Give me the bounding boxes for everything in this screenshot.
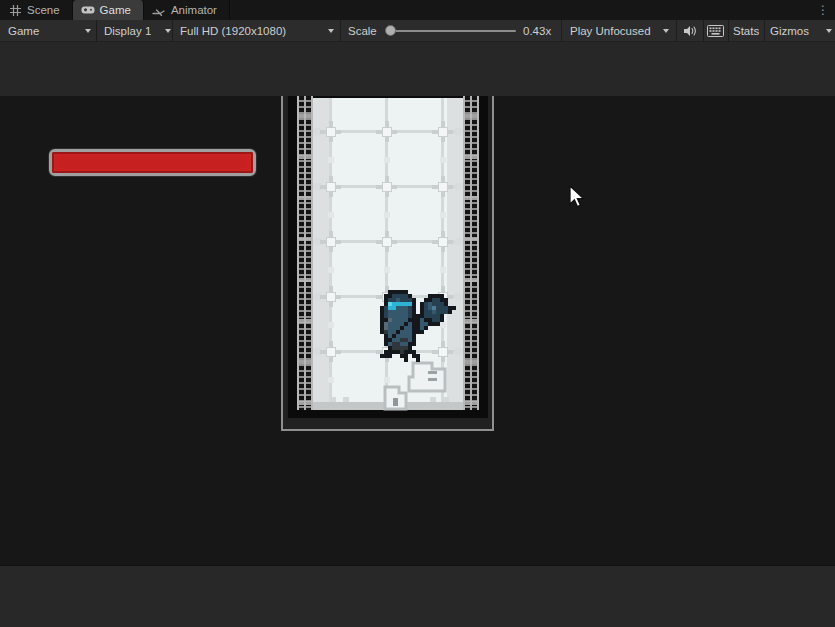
gizmos-dropdown-label: Gizmos	[770, 25, 809, 37]
window-menu-kebab-icon[interactable]: ⋮	[817, 1, 829, 19]
toolbar-separator	[172, 20, 173, 42]
scale-slider-track[interactable]	[390, 30, 516, 32]
tile-plus-center	[327, 293, 335, 301]
tile-mid-square	[328, 322, 334, 328]
scene-grid-icon	[8, 3, 22, 17]
tile-plus-center	[439, 128, 447, 136]
keyboard-shortcuts-icon	[707, 25, 724, 37]
tile-plus-center	[383, 128, 391, 136]
tile-mid-square	[328, 212, 334, 218]
stats-button-label: Stats	[733, 25, 759, 37]
resolution-dropdown[interactable]: Full HD (1920x1080)	[180, 20, 286, 42]
play-focus-dropdown-label: Play Unfocused	[570, 25, 651, 37]
tile-mid-square	[440, 267, 446, 273]
tile-mid-square	[328, 267, 334, 273]
ladder-track-right	[463, 96, 479, 410]
tile-plus-center	[383, 183, 391, 191]
toolbar-separator	[764, 20, 765, 42]
level-bottom-edge	[288, 410, 487, 418]
animator-icon	[152, 3, 166, 17]
knight-character-sprite	[380, 290, 384, 294]
toolbar-separator	[561, 20, 562, 42]
unity-game-view-window: Scene Game Animator ⋮ Game Display 1 F	[0, 0, 835, 627]
floor-bar-nub	[443, 397, 449, 402]
game-view-toolbar: Game Display 1 Full HD (1920x1080) Scale…	[0, 20, 835, 42]
floor-grid-end-cap	[455, 348, 462, 355]
tile-plus-center	[439, 293, 447, 301]
tile-mid-square	[384, 212, 390, 218]
floor-bar-nub	[343, 397, 349, 402]
chevron-down-icon	[85, 29, 91, 33]
scale-slider-knob[interactable]	[385, 25, 396, 36]
game-render-area	[0, 96, 835, 565]
floor-bar-nub	[330, 397, 336, 402]
stats-button[interactable]: Stats	[733, 20, 759, 42]
mute-audio-button[interactable]	[679, 20, 700, 42]
tile-plus-center	[327, 348, 335, 356]
health-bar	[49, 149, 256, 176]
resolution-dropdown-label: Full HD (1920x1080)	[180, 25, 286, 37]
mute-audio-icon	[683, 25, 697, 37]
toolbar-separator	[676, 20, 677, 42]
tile-plus-center	[327, 128, 335, 136]
toolbar-separator	[340, 20, 341, 42]
tile-plus-center	[439, 238, 447, 246]
scale-label: Scale	[348, 20, 377, 42]
display-dropdown-label: Display 1	[104, 25, 151, 37]
chevron-down-icon	[663, 29, 669, 33]
tile-mid-square	[440, 322, 446, 328]
tile-plus-center	[439, 183, 447, 191]
chevron-down-icon	[826, 29, 832, 33]
floor-grid-end-cap	[455, 293, 462, 300]
display-dropdown[interactable]: Display 1	[104, 20, 151, 42]
scale-value: 0.43x	[523, 20, 551, 42]
tile-plus-center	[327, 183, 335, 191]
tile-mid-square	[440, 157, 446, 163]
floor-grid-end-cap	[455, 238, 462, 245]
mouse-cursor-icon	[568, 185, 586, 209]
level-wall-right	[479, 96, 488, 418]
tile-mid-square	[384, 377, 390, 383]
gamepad-icon	[81, 3, 95, 17]
tile-plus-center	[383, 348, 391, 356]
tile-plus-center	[327, 238, 335, 246]
tab-game-label: Game	[100, 4, 131, 16]
floor-light-column-right	[447, 98, 463, 402]
tile-mid-square	[328, 157, 334, 163]
game-mode-dropdown-label: Game	[8, 25, 39, 37]
chevron-down-icon	[165, 29, 171, 33]
toolbar-separator	[96, 20, 97, 42]
gizmos-dropdown[interactable]: Gizmos	[770, 20, 809, 42]
toolbar-separator	[703, 20, 704, 42]
health-bar-fill	[52, 152, 253, 173]
tab-animator-label: Animator	[171, 4, 217, 16]
tile-mid-square	[328, 377, 334, 383]
floor-grid-end-cap	[455, 183, 462, 190]
tile-mid-square	[440, 212, 446, 218]
game-mode-dropdown[interactable]: Game	[8, 20, 39, 42]
floor-bar-nub	[430, 397, 436, 402]
level-strip	[281, 96, 494, 431]
letterbox-bottom	[0, 565, 835, 627]
ladder-track-left	[297, 96, 313, 410]
play-focus-dropdown[interactable]: Play Unfocused	[570, 20, 651, 42]
tab-strip: Scene Game Animator ⋮	[0, 0, 835, 20]
floor-bottom-bar	[313, 402, 463, 410]
tab-scene[interactable]: Scene	[0, 0, 73, 20]
tile-mid-square	[384, 322, 390, 328]
toolbar-separator	[728, 20, 729, 42]
floor-bar-nub	[388, 397, 394, 402]
level-wall-left	[288, 96, 297, 418]
tile-mid-square	[384, 157, 390, 163]
tile-mid-square	[440, 377, 446, 383]
floor-grid-end-cap	[455, 128, 462, 135]
tile-plus-center	[383, 238, 391, 246]
tiled-floor	[313, 98, 463, 402]
tab-game[interactable]: Game	[73, 0, 144, 20]
tile-mid-square	[384, 267, 390, 273]
tab-animator[interactable]: Animator	[144, 0, 230, 20]
tile-plus-center	[439, 348, 447, 356]
floor-light-column-left	[313, 98, 329, 402]
tab-scene-label: Scene	[27, 4, 60, 16]
keyboard-shortcuts-button[interactable]	[705, 20, 726, 42]
